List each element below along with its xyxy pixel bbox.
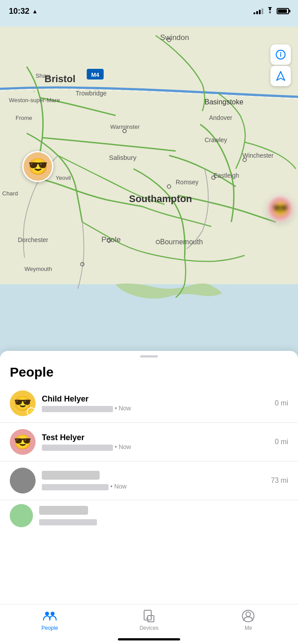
test-emoji: 😎	[10, 429, 36, 455]
tab-devices[interactable]: Devices	[100, 609, 198, 631]
svg-text:Andover: Andover	[209, 114, 232, 121]
info-button[interactable]	[270, 44, 291, 65]
svg-text:Poole: Poole	[101, 235, 121, 244]
location-arrow-icon: ▲	[32, 8, 38, 15]
person-distance: 0 mi	[275, 399, 288, 407]
time-display: 10:32 ▲	[9, 7, 38, 16]
avatar-test: 😎	[10, 429, 36, 455]
tab-me[interactable]: Me	[199, 609, 298, 631]
location-button[interactable]	[270, 66, 291, 86]
svg-text:Frome: Frome	[16, 115, 32, 121]
location-blurred-nika	[39, 519, 97, 525]
person-name	[39, 506, 288, 517]
svg-point-40	[45, 612, 49, 616]
map-pin-test[interactable]: 😎	[267, 195, 294, 222]
clock: 10:32	[9, 7, 29, 16]
svg-text:Basingstoke: Basingstoke	[205, 98, 243, 106]
svg-text:Chard: Chard	[2, 190, 18, 197]
person-info-test: Test Helyer Langport, England • Now	[42, 433, 271, 450]
location-timing: • Now	[115, 405, 131, 412]
status-bar: 10:32 ▲	[0, 0, 298, 22]
map-area[interactable]: Bristol Weston-super-Mare Frome Shaw · T…	[0, 0, 298, 364]
svg-text:Weymouth: Weymouth	[24, 266, 52, 272]
person-location	[39, 518, 288, 525]
battery-icon	[277, 8, 289, 14]
svg-text:Dorchester: Dorchester	[18, 236, 48, 243]
svg-text:Salisbury: Salisbury	[109, 154, 137, 161]
blurred-name	[42, 471, 100, 480]
person-distance: 0 mi	[275, 438, 288, 446]
avatar-child: 😎 ⭐	[10, 390, 36, 416]
bottom-panel: People 😎 ⭐ Child Helyer Langport, Englan…	[0, 351, 298, 644]
svg-point-41	[50, 612, 54, 616]
svg-text:Bournemouth: Bournemouth	[160, 238, 203, 246]
map-pin-child[interactable]: 😎	[22, 151, 53, 182]
location-timing: • Now	[110, 483, 127, 490]
blurred-name-nika	[39, 506, 88, 515]
tab-people-label: People	[41, 625, 58, 631]
svg-text:Swindon: Swindon	[160, 33, 189, 42]
person-name: Child Helyer	[42, 394, 271, 404]
wifi-icon	[266, 7, 274, 15]
svg-text:Shaw: Shaw	[36, 72, 50, 79]
person-location: Langport, England • Now	[42, 443, 271, 450]
people-tab-icon	[43, 609, 57, 623]
svg-text:Southampton: Southampton	[129, 193, 192, 204]
person-name	[42, 471, 267, 482]
person-location: Langport, England • Now	[42, 405, 271, 412]
devices-tab-icon	[142, 609, 156, 623]
person-name: Test Helyer	[42, 433, 271, 442]
svg-text:Romsey: Romsey	[176, 179, 198, 186]
tab-people[interactable]: People	[0, 609, 99, 631]
avatar-nika	[10, 504, 33, 527]
tab-me-label: Me	[245, 625, 252, 631]
person-item-partial[interactable]	[0, 500, 298, 531]
people-list: 😎 ⭐ Child Helyer Langport, England • Now…	[0, 384, 298, 531]
svg-text:Trowbridge: Trowbridge	[76, 90, 107, 97]
person-distance: 73 mi	[271, 477, 288, 485]
person-item[interactable]: West Collingswood • Now 73 mi	[0, 461, 298, 500]
svg-point-46	[246, 612, 250, 616]
svg-point-39	[270, 12, 271, 13]
home-indicator	[118, 638, 180, 640]
svg-text:Eastleigh: Eastleigh	[213, 172, 239, 179]
svg-text:Yeovil: Yeovil	[56, 175, 71, 181]
svg-text:M4: M4	[91, 72, 100, 78]
tab-devices-label: Devices	[140, 625, 159, 631]
person-info-nika	[39, 506, 288, 525]
person-info-child: Child Helyer Langport, England • Now	[42, 394, 271, 412]
svg-text:Crawley: Crawley	[205, 136, 227, 143]
location-blurred: Langport, England	[42, 406, 113, 412]
person-location: West Collingswood • Now	[42, 483, 267, 490]
map-controls	[270, 44, 291, 86]
star-badge: ⭐	[27, 407, 36, 416]
me-tab-icon	[241, 609, 255, 623]
location-timing: • Now	[115, 443, 131, 450]
svg-text:·: ·	[110, 123, 112, 130]
avatar-adam	[10, 468, 36, 493]
svg-text:Weston-super-Mare: Weston-super-Mare	[9, 97, 60, 103]
person-item[interactable]: 😎 Test Helyer Langport, England • Now 0 …	[0, 423, 298, 461]
status-icons	[254, 7, 289, 15]
panel-title: People	[0, 358, 298, 384]
svg-marker-38	[277, 72, 285, 80]
person-item[interactable]: 😎 ⭐ Child Helyer Langport, England • Now…	[0, 384, 298, 423]
location-blurred: West Collingswood	[42, 484, 109, 490]
person-info-adam: West Collingswood • Now	[42, 471, 267, 490]
svg-text:·: ·	[33, 88, 35, 95]
signal-icon	[254, 8, 263, 14]
svg-text:Winchester: Winchester	[242, 152, 274, 159]
location-blurred: Langport, England	[42, 445, 113, 451]
